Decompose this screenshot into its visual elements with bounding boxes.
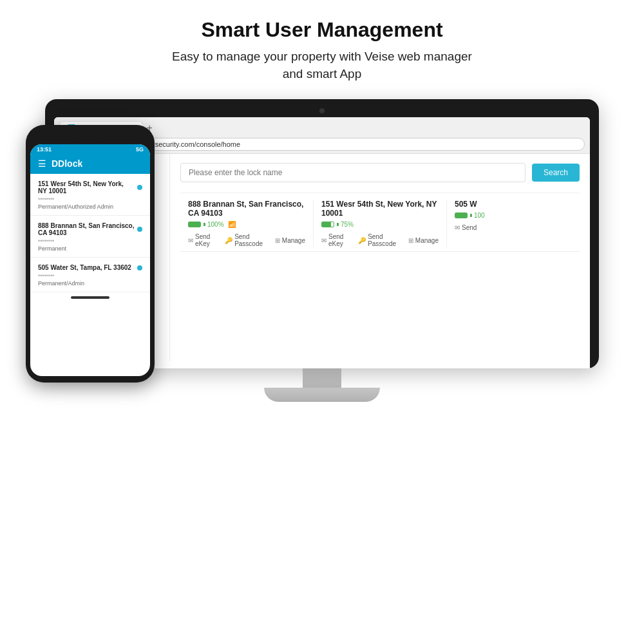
battery-tip-2	[337, 223, 339, 226]
battery-icon-2	[321, 222, 334, 227]
battery-percent-1: 100%	[207, 221, 224, 228]
phone-time: 13:51	[37, 146, 52, 153]
page-header: Smart User Management Easy to manage you…	[159, 0, 485, 93]
phone-item-status-1: ••••••••	[38, 196, 142, 202]
send-passcode-btn-1[interactable]: 🔑 Send Passcode	[225, 233, 270, 247]
page-title: Smart User Management	[172, 18, 472, 42]
phone-item-address-2: 888 Brannan St, San Francisco,CA 94103	[38, 222, 142, 236]
phone-list: 151 Wesr 54th St, New York,NY 10001 ••••…	[30, 174, 150, 292]
stand-base	[264, 388, 380, 402]
camera	[319, 108, 325, 113]
phone-list-item-1[interactable]: 151 Wesr 54th St, New York,NY 10001 ••••…	[30, 174, 150, 216]
search-input[interactable]	[180, 163, 526, 182]
send-label-3: Send	[462, 224, 477, 231]
phone-item-address-1: 151 Wesr 54th St, New York,NY 10001	[38, 180, 142, 194]
phone-header: ☰ DDlock	[30, 155, 150, 174]
search-row: Search	[180, 163, 580, 182]
phone-list-item-2[interactable]: 888 Brannan St, San Francisco,CA 94103 •…	[30, 216, 150, 258]
status-dot-2	[137, 227, 142, 232]
wifi-icon-1: 📶	[228, 221, 236, 228]
phone-signal: 5G	[136, 146, 144, 153]
battery-icon-3	[455, 213, 468, 218]
phone-app-title: DDlock	[52, 158, 82, 169]
property-card-2: 151 Wesr 54th St, New York, NY 10001 75%	[314, 200, 447, 247]
property-address-2: 151 Wesr 54th St, New York, NY 10001	[321, 200, 439, 218]
property-actions-3: ✉ Send	[455, 224, 572, 231]
property-status-3: 100	[455, 212, 572, 219]
phone-item-address-3: 505 Water St, Tampa, FL 33602	[38, 264, 142, 271]
phone-home-bar	[30, 292, 150, 301]
send-ekey-label-2: Send eKey	[328, 233, 353, 247]
send-ekey-label-1: Send eKey	[195, 233, 220, 247]
ekey-icon-1: ✉	[188, 237, 193, 244]
phone-notch	[71, 131, 109, 142]
battery-tip-3	[470, 214, 472, 217]
battery-tip-1	[204, 223, 205, 226]
property-actions-1: ✉ Send eKey 🔑 Send Passcode ⊞	[188, 233, 305, 247]
property-status-2: 75%	[321, 221, 439, 228]
send-icon-3: ✉	[455, 224, 460, 231]
send-ekey-btn-1[interactable]: ✉ Send eKey	[188, 233, 220, 247]
property-card-1: 888 Brannan St, San Francisco, CA 94103 …	[180, 200, 314, 247]
phone-item-type-2: Permanent	[38, 245, 142, 252]
battery-icon-1	[188, 222, 201, 227]
manage-icon-2: ⊞	[408, 237, 413, 244]
property-address-1: 888 Brannan St, San Francisco, CA 94103	[188, 200, 305, 218]
battery-percent-2: 75%	[341, 221, 354, 228]
battery-indicator-2: 75%	[321, 221, 354, 228]
send-passcode-btn-2[interactable]: 🔑 Send Passcode	[358, 233, 403, 247]
status-dot-1	[137, 185, 142, 190]
phone-screen: 13:51 5G ☰ DDlock 151 Wesr 54th St, New …	[30, 144, 150, 376]
send-ekey-btn-2[interactable]: ✉ Send eKey	[321, 233, 353, 247]
battery-indicator-1: 100%	[188, 221, 224, 228]
main-content: Search 888 Brannan St, San Francisco, CA…	[170, 154, 590, 361]
properties-list: 888 Brannan St, San Francisco, CA 94103 …	[180, 193, 580, 252]
property-address-3: 505 W	[455, 200, 572, 209]
phone-item-type-1: Permanent/Authorized Admin	[38, 204, 142, 210]
home-indicator	[71, 296, 109, 299]
send-passcode-label-2: Send Passcode	[368, 233, 403, 247]
manage-icon-1: ⊞	[275, 237, 280, 244]
phone-item-status-3: ••••••••	[38, 272, 142, 279]
battery-percent-3: 100	[474, 212, 485, 219]
property-status-1: 100% 📶	[188, 221, 305, 228]
manage-btn-2[interactable]: ⊞ Manage	[408, 233, 439, 247]
passcode-icon-1: 🔑	[225, 237, 232, 244]
phone: 13:51 5G ☰ DDlock 151 Wesr 54th St, New …	[26, 125, 155, 383]
phone-item-status-2: ••••••••	[38, 238, 142, 244]
address-bar[interactable]: 🔒 https://ddlocksecurity.com/console/hom…	[95, 138, 585, 151]
hamburger-icon[interactable]: ☰	[38, 158, 46, 169]
phone-list-item-3[interactable]: 505 Water St, Tampa, FL 33602 •••••••• P…	[30, 258, 150, 292]
stand-neck	[303, 368, 341, 388]
page-subtitle: Easy to manage your property with Veise …	[172, 48, 472, 82]
manage-label-2: Manage	[415, 237, 439, 244]
ekey-icon-2: ✉	[321, 237, 327, 244]
passcode-icon-2: 🔑	[358, 237, 366, 244]
send-btn-3[interactable]: ✉ Send	[455, 224, 477, 231]
phone-item-type-3: Permanent/Admin	[38, 280, 142, 287]
phone-status-bar: 13:51 5G	[30, 144, 150, 155]
manage-btn-1[interactable]: ⊞ Manage	[275, 233, 305, 247]
manage-label-1: Manage	[282, 237, 305, 244]
property-card-3: 505 W 100	[447, 200, 580, 247]
property-actions-2: ✉ Send eKey 🔑 Send Passcode ⊞	[321, 233, 439, 247]
search-button[interactable]: Search	[532, 164, 580, 182]
battery-indicator-3: 100	[455, 212, 485, 219]
status-dot-3	[137, 265, 142, 270]
send-passcode-label-1: Send Passcode	[234, 233, 270, 247]
